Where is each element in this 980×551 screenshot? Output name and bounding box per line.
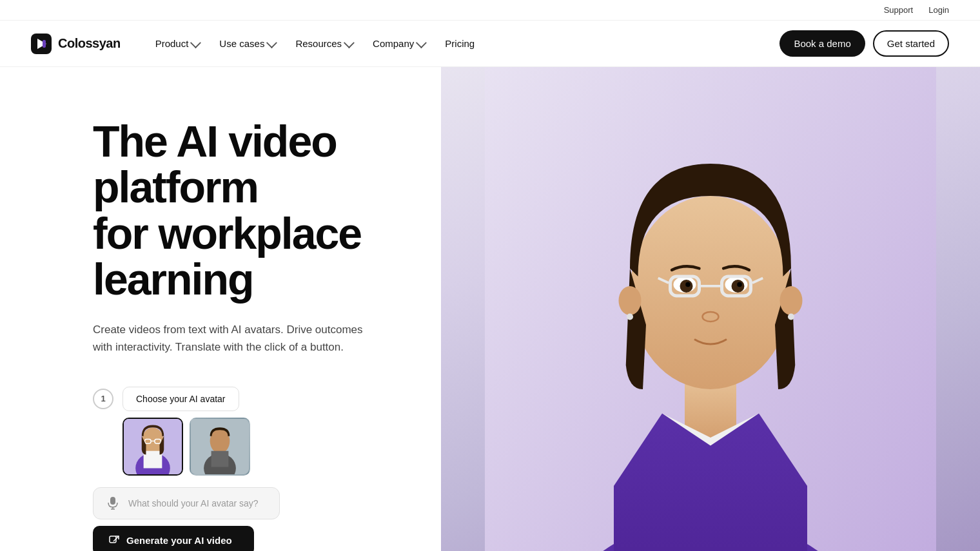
svg-point-26 <box>788 313 794 320</box>
generate-button[interactable]: Generate your AI video <box>93 526 254 551</box>
external-link-icon <box>108 535 120 546</box>
generate-label: Generate your AI video <box>126 535 232 546</box>
nav-links: Product Use cases Resources Company Pric… <box>146 33 484 54</box>
avatar-choices <box>122 418 493 476</box>
svg-rect-2 <box>43 40 46 48</box>
book-demo-button[interactable]: Book a demo <box>779 30 865 57</box>
svg-rect-6 <box>144 451 162 469</box>
say-input-row[interactable]: What should your AI avatar say? <box>93 487 280 519</box>
avatar-male-svg <box>191 418 249 476</box>
svg-rect-14 <box>110 497 115 505</box>
avatar-widget: 1 Choose your AI avatar <box>93 387 493 551</box>
nav-item-pricing[interactable]: Pricing <box>436 33 484 54</box>
hero-image-area <box>441 67 980 551</box>
avatar-male-thumb[interactable] <box>190 418 250 476</box>
nav-item-company[interactable]: Company <box>364 33 433 54</box>
avatar-female-thumb[interactable] <box>122 418 183 476</box>
chevron-down-icon <box>344 37 355 48</box>
microphone-icon <box>105 496 121 511</box>
avatar-male-image <box>191 419 249 474</box>
avatar-female-image <box>124 419 182 474</box>
login-link[interactable]: Login <box>928 5 949 15</box>
step-number: 1 <box>93 389 113 409</box>
avatar-female-svg <box>124 418 182 476</box>
hero-section: The AI video platform for workplace lear… <box>0 67 980 551</box>
step-choose-avatar: 1 Choose your AI avatar <box>93 387 493 411</box>
hero-title: The AI video platform for workplace lear… <box>93 119 493 303</box>
chevron-down-icon <box>416 37 427 48</box>
say-placeholder-text: What should your AI avatar say? <box>128 498 259 508</box>
get-started-button[interactable]: Get started <box>873 30 949 57</box>
svg-point-11 <box>210 429 230 453</box>
chevron-down-icon <box>190 37 201 48</box>
nav-item-resources[interactable]: Resources <box>286 33 361 54</box>
step-label: Choose your AI avatar <box>122 387 239 411</box>
logo[interactable]: Colossyan <box>31 34 121 54</box>
hero-left: The AI video platform for workplace lear… <box>93 106 493 551</box>
navbar: Colossyan Product Use cases Resources Co… <box>0 21 980 67</box>
nav-item-product[interactable]: Product <box>146 33 208 54</box>
svg-point-31 <box>685 282 690 287</box>
hero-image <box>441 67 980 551</box>
logo-icon <box>31 34 52 54</box>
support-link[interactable]: Support <box>884 5 914 15</box>
svg-point-23 <box>619 286 642 315</box>
svg-point-25 <box>627 313 633 320</box>
nav-right: Book a demo Get started <box>779 30 949 57</box>
hero-avatar-illustration <box>441 67 980 551</box>
logo-text: Colossyan <box>58 36 121 51</box>
svg-point-32 <box>737 282 741 287</box>
chevron-down-icon <box>266 37 277 48</box>
svg-rect-13 <box>211 451 229 467</box>
nav-item-usecases[interactable]: Use cases <box>210 33 284 54</box>
svg-point-22 <box>630 196 791 389</box>
topbar: Support Login <box>0 0 980 21</box>
nav-left: Colossyan Product Use cases Resources Co… <box>31 33 484 54</box>
svg-point-24 <box>779 286 802 315</box>
hero-subtitle: Create videos from text with AI avatars.… <box>93 321 377 356</box>
